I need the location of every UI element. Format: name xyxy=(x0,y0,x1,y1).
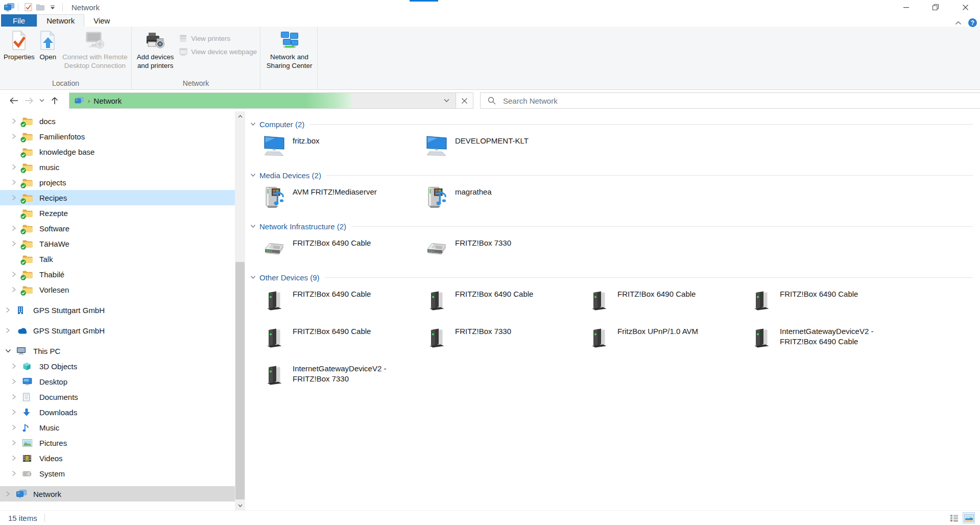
restore-button[interactable] xyxy=(921,0,950,14)
sidebar-item-docs[interactable]: docs xyxy=(0,113,235,129)
device-item-fritz-box-7330[interactable]: FRITZ!Box 7330 xyxy=(425,237,588,259)
qat-customize-button[interactable] xyxy=(46,1,59,13)
minimize-button[interactable] xyxy=(891,0,921,14)
chevron-down-icon[interactable] xyxy=(250,275,256,279)
view-printers-button[interactable]: View printers xyxy=(177,33,259,44)
recent-locations-button[interactable] xyxy=(37,93,47,108)
sidebar-item-software[interactable]: Software xyxy=(0,221,235,236)
device-item-internetgatewaydevicev2-fritz-box-6490-cable[interactable]: InternetGatewayDeviceV2 - FRITZ!Box 6490… xyxy=(750,325,913,348)
chevron-right-icon[interactable] xyxy=(11,378,22,385)
sidebar-item-this-pc[interactable]: This PC xyxy=(0,343,235,359)
chevron-down-icon[interactable] xyxy=(5,349,16,353)
sidebar-item-pictures[interactable]: Pictures xyxy=(0,435,235,450)
device-item-magrathea[interactable]: magrathea xyxy=(425,186,588,208)
close-button[interactable] xyxy=(950,0,980,14)
sidebar-item-recipes[interactable]: Recipes xyxy=(0,190,235,205)
chevron-down-icon[interactable] xyxy=(250,173,256,177)
chevron-right-icon[interactable] xyxy=(11,394,22,400)
device-item-fritz-box-6490-cable[interactable]: FRITZ!Box 6490 Cable xyxy=(263,288,425,311)
sidebar-item-t-hawe[interactable]: TäHaWe xyxy=(0,236,235,251)
tab-network[interactable]: Network xyxy=(37,14,84,27)
sidebar-item-projects[interactable]: projects xyxy=(0,175,235,190)
sidebar-item-gps-stuttgart-gmbh[interactable]: GPS Stuttgart GmbH xyxy=(0,323,235,338)
chevron-right-icon[interactable]: › xyxy=(88,97,90,105)
search-input[interactable] xyxy=(502,96,980,106)
chevron-right-icon[interactable] xyxy=(11,470,22,476)
section-header[interactable]: Computer (2) xyxy=(250,120,973,129)
scroll-up-button[interactable] xyxy=(235,111,245,122)
view-device-webpage-button[interactable]: View device webpage xyxy=(177,46,259,57)
chevron-right-icon[interactable] xyxy=(5,491,16,497)
chevron-right-icon[interactable] xyxy=(11,424,22,431)
device-item-fritz-box-6490-cable[interactable]: FRITZ!Box 6490 Cable xyxy=(750,288,913,311)
breadcrumb-item-network[interactable]: Network xyxy=(93,97,122,105)
sidebar-item-talk[interactable]: Talk xyxy=(0,251,235,267)
sidebar-item-rezepte[interactable]: Rezepte xyxy=(0,205,235,221)
chevron-right-icon[interactable] xyxy=(11,455,22,461)
chevron-down-icon[interactable] xyxy=(250,122,256,126)
sidebar-item-label: This PC xyxy=(33,347,60,355)
folder-icon xyxy=(22,148,35,156)
network-sharing-center-button[interactable]: Network and Sharing Center xyxy=(262,27,316,70)
scrollbar-thumb[interactable] xyxy=(235,262,245,499)
back-button[interactable] xyxy=(6,93,21,108)
device-icon xyxy=(425,288,448,311)
sidebar-item-network[interactable]: Network xyxy=(0,486,235,502)
sidebar-item-gps-stuttgart-gmbh[interactable]: GPS Stuttgart GmbH xyxy=(0,302,235,318)
device-item-fritz-box-6490-cable[interactable]: FRITZ!Box 6490 Cable xyxy=(263,237,425,259)
section-title: Computer (2) xyxy=(259,120,304,129)
tab-view[interactable]: View xyxy=(84,14,119,27)
properties-button[interactable]: Properties xyxy=(2,27,36,61)
forward-button[interactable] xyxy=(21,93,37,108)
section-header[interactable]: Network Infrastructure (2) xyxy=(250,222,973,231)
chevron-right-icon[interactable] xyxy=(5,307,16,313)
device-item-development-klt[interactable]: DEVELOPMENT-KLT xyxy=(425,135,588,157)
sidebar-item-music[interactable]: Music xyxy=(0,420,235,435)
chevron-down-icon[interactable] xyxy=(250,224,256,228)
scroll-down-button[interactable] xyxy=(235,500,245,511)
device-item-fritz-box-6490-cable[interactable]: FRITZ!Box 6490 Cable xyxy=(588,288,750,311)
qat-new-folder-button[interactable] xyxy=(34,1,46,13)
sidebar-item-downloads[interactable]: Downloads xyxy=(0,404,235,420)
up-button[interactable] xyxy=(47,93,62,108)
sidebar-item-music[interactable]: music xyxy=(0,159,235,175)
sidebar-gap xyxy=(0,481,235,486)
breadcrumb[interactable]: › Network xyxy=(69,93,437,108)
sidebar-item-3d-objects[interactable]: 3D Objects xyxy=(0,359,235,374)
qat-properties-button[interactable] xyxy=(22,1,34,13)
device-item-internetgatewaydevicev2-fritz-box-7330[interactable]: InternetGatewayDeviceV2 - FRITZ!Box 7330 xyxy=(263,363,425,385)
sidebar-item-knowledge-base[interactable]: knowledge base xyxy=(0,144,235,159)
details-view-button[interactable] xyxy=(948,512,960,523)
sidebar-item-familienfotos[interactable]: Familienfotos xyxy=(0,129,235,144)
sidebar-item-documents[interactable]: Documents xyxy=(0,389,235,404)
section-header[interactable]: Other Devices (9) xyxy=(250,273,973,282)
address-dropdown-button[interactable] xyxy=(437,93,456,108)
device-item-fritz-box-7330[interactable]: FRITZ!Box 7330 xyxy=(425,325,588,348)
sidebar-item-system[interactable]: System xyxy=(0,466,235,481)
device-item-fritz-box-6490-cable[interactable]: FRITZ!Box 6490 Cable xyxy=(425,288,588,311)
add-devices-printers-button[interactable]: Add devices and printers xyxy=(134,27,177,70)
chevron-right-icon[interactable] xyxy=(11,440,22,446)
sidebar-item-vorlesen[interactable]: Vorlesen xyxy=(0,282,235,297)
address-cancel-button[interactable] xyxy=(456,93,473,108)
sidebar-scrollbar[interactable] xyxy=(235,111,245,511)
device-item-fritz-box-6490-cable[interactable]: FRITZ!Box 6490 Cable xyxy=(263,325,425,348)
large-icons-view-button[interactable] xyxy=(963,512,975,523)
connect-remote-desktop-button[interactable]: Connect with Remote Desktop Connection xyxy=(60,27,130,70)
chevron-right-icon[interactable] xyxy=(11,409,22,415)
downloads-icon xyxy=(22,408,35,417)
sidebar-item-videos[interactable]: Videos xyxy=(0,450,235,466)
open-button[interactable]: Open xyxy=(36,27,60,61)
collapse-ribbon-button[interactable] xyxy=(955,21,962,25)
device-item-fritzbox-upnp-1-0-avm[interactable]: FritzBox UPnP/1.0 AVM xyxy=(588,325,750,348)
chevron-right-icon[interactable] xyxy=(5,327,16,333)
sidebar-item-thabil[interactable]: Thabilé xyxy=(0,267,235,282)
help-button[interactable]: ? xyxy=(968,18,977,27)
device-item-avm-fritz-mediaserver[interactable]: AVM FRITZ!Mediaserver xyxy=(263,186,425,208)
section-header[interactable]: Media Devices (2) xyxy=(250,171,973,180)
sidebar-item-desktop[interactable]: Desktop xyxy=(0,374,235,389)
tab-file[interactable]: File xyxy=(1,14,37,27)
device-item-fritz-box[interactable]: fritz.box xyxy=(263,135,425,157)
address-bar[interactable]: › Network xyxy=(69,92,473,109)
chevron-right-icon[interactable] xyxy=(11,363,22,369)
